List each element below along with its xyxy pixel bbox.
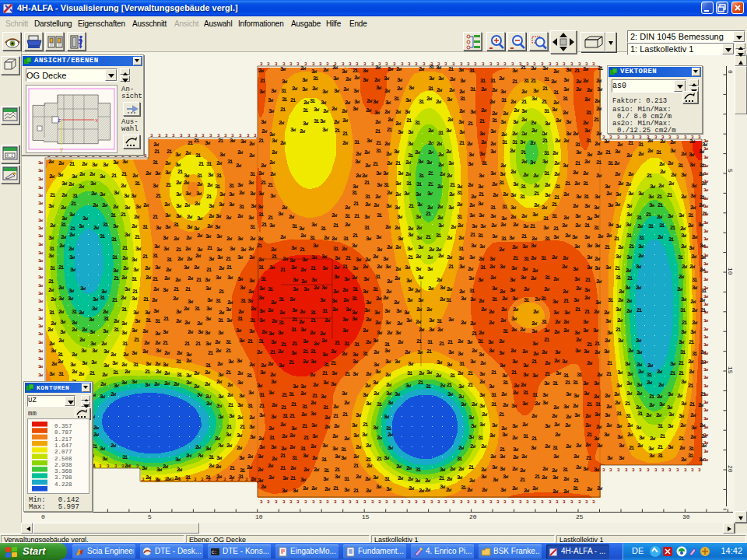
svg-text:3w: 3w [703, 285, 709, 291]
svg-text:3i: 3i [343, 236, 349, 242]
svg-text:2i: 2i [352, 233, 358, 239]
svg-text:0.787: 0.787 [54, 429, 72, 436]
svg-text:2i: 2i [689, 401, 695, 408]
svg-text:3i: 3i [324, 362, 329, 368]
svg-text:2w: 2w [597, 485, 603, 492]
svg-text:3w: 3w [703, 171, 709, 177]
svg-text:15: 15 [727, 366, 734, 374]
svg-text:2i: 2i [554, 194, 559, 201]
svg-text:3i: 3i [438, 130, 444, 136]
svg-text:3i: 3i [586, 110, 591, 116]
svg-text:2i: 2i [511, 369, 517, 376]
svg-text:3w: 3w [703, 146, 709, 152]
svg-text:3i: 3i [394, 96, 399, 102]
svg-text:2i: 2i [176, 247, 181, 253]
svg-text:3i: 3i [573, 485, 578, 492]
svg-text:3w: 3w [703, 440, 709, 446]
svg-text:3i: 3i [167, 257, 172, 263]
svg-text:3i: 3i [584, 194, 589, 200]
svg-text:2i: 2i [531, 359, 537, 365]
svg-text:3i: 3i [195, 306, 200, 312]
svg-text:2w: 2w [596, 131, 602, 137]
svg-text:3w: 3w [38, 209, 44, 215]
svg-text:2i: 2i [122, 245, 128, 251]
svg-text:3i: 3i [100, 295, 105, 301]
svg-text:2i: 2i [69, 161, 75, 167]
svg-text:2i: 2i [218, 138, 223, 144]
svg-text:2i: 2i [585, 277, 591, 283]
svg-text:3i: 3i [415, 120, 420, 126]
svg-text:2i: 2i [50, 192, 55, 198]
svg-text:2i: 2i [345, 255, 351, 261]
svg-text:1.647: 1.647 [54, 443, 72, 449]
svg-text:3i: 3i [457, 456, 462, 462]
svg-text:3i: 3i [637, 411, 643, 417]
svg-text:3: 3 [496, 499, 500, 505]
svg-text:3i: 3i [114, 327, 119, 333]
svg-text:3: 3 [639, 467, 642, 473]
svg-text:2i: 2i [208, 350, 213, 356]
svg-text:3w: 3w [703, 392, 709, 397]
svg-text:2i: 2i [468, 382, 473, 388]
svg-text:2i: 2i [387, 127, 392, 133]
svg-text:3: 3 [654, 467, 658, 473]
svg-text:3i: 3i [524, 78, 529, 84]
svg-text:3: 3 [430, 499, 433, 505]
svg-text:2i: 2i [289, 359, 294, 366]
svg-text:2i: 2i [195, 341, 201, 347]
svg-text:3w: 3w [38, 266, 44, 271]
svg-text:2i: 2i [154, 149, 160, 155]
svg-text:3w: 3w [38, 324, 44, 329]
svg-text:25: 25 [576, 513, 584, 520]
svg-text:2i: 2i [247, 338, 253, 345]
svg-text:3w: 3w [38, 291, 44, 296]
svg-text:3w: 3w [703, 449, 709, 454]
svg-text:3: 3 [647, 467, 650, 473]
svg-text:3i: 3i [492, 117, 497, 124]
svg-text:2i: 2i [333, 222, 338, 229]
svg-text:3: 3 [460, 499, 463, 505]
svg-text:2i: 2i [468, 121, 473, 127]
svg-text:3i: 3i [503, 328, 508, 334]
svg-text:2i: 2i [143, 296, 149, 303]
svg-text:2i: 2i [667, 192, 672, 198]
svg-text:3i: 3i [658, 423, 663, 429]
svg-text:2i: 2i [499, 411, 504, 418]
svg-text:2i: 2i [614, 236, 619, 242]
svg-text:3i: 3i [595, 401, 601, 408]
svg-text:3w: 3w [703, 375, 709, 380]
svg-text:2i: 2i [121, 212, 126, 218]
svg-text:3i: 3i [692, 351, 697, 357]
svg-text:3: 3 [326, 499, 329, 505]
svg-text:3: 3 [684, 467, 687, 473]
svg-text:3w: 3w [703, 294, 709, 299]
svg-text:3i: 3i [240, 467, 245, 474]
svg-text:3w: 3w [703, 212, 709, 217]
svg-text:3i: 3i [658, 453, 663, 459]
svg-text:2i: 2i [272, 254, 277, 260]
svg-text:3i: 3i [310, 310, 316, 316]
svg-text:3i: 3i [419, 173, 424, 179]
svg-text:3: 3 [676, 467, 679, 473]
svg-text:3w: 3w [38, 168, 44, 173]
svg-text:2i: 2i [114, 275, 119, 282]
svg-text:3: 3 [632, 467, 635, 473]
svg-text:2i: 2i [354, 213, 359, 219]
svg-text:2i: 2i [280, 107, 286, 113]
svg-text:3i: 3i [363, 351, 368, 357]
svg-text:3i: 3i [584, 222, 590, 229]
svg-text:3: 3 [349, 499, 352, 505]
svg-text:3: 3 [556, 499, 559, 505]
svg-text:2i: 2i [188, 140, 193, 146]
svg-text:2i: 2i [472, 331, 477, 337]
svg-text:2i: 2i [376, 140, 381, 146]
svg-text:3i: 3i [153, 159, 158, 166]
svg-text:2i: 2i [426, 211, 431, 217]
svg-text:2i: 2i [291, 401, 296, 408]
svg-text:3i: 3i [616, 411, 622, 417]
svg-text:2i: 2i [177, 169, 183, 175]
svg-text:20: 20 [727, 465, 734, 473]
svg-text:2i: 2i [447, 339, 453, 345]
svg-text:3w: 3w [703, 220, 709, 226]
svg-text:3: 3 [617, 467, 620, 473]
